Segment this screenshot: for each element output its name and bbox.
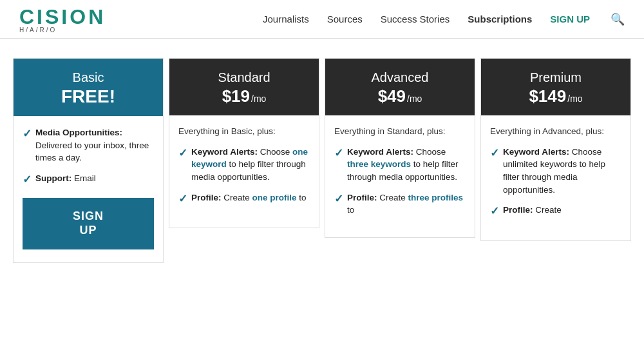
feature-media-opportunities: ✓ Media Opportunities: Delivered to your… xyxy=(23,126,154,164)
nav-sources[interactable]: Sources xyxy=(327,14,363,24)
feature-profile: ✓ Profile: Create one profile to xyxy=(178,191,310,208)
plan-advanced-price: $49/mo xyxy=(336,86,464,106)
feature-label: Media Opportunities: xyxy=(35,128,122,137)
plan-price-amount: $49 xyxy=(378,86,406,106)
checkmark-icon: ✓ xyxy=(490,146,499,196)
logo-sub: H/A/R/O xyxy=(19,26,106,34)
feature-keyword-alerts: ✓ Keyword Alerts: Choose unlimited keywo… xyxy=(490,146,621,196)
logo: CISION H/A/R/O xyxy=(19,5,106,34)
pricing-section: Basic FREE! ✓ Media Opportunities: Deliv… xyxy=(0,39,644,263)
logo-text: CISION xyxy=(19,5,106,29)
navbar: CISION H/A/R/O Journalists Sources Succe… xyxy=(0,0,644,39)
plan-price-per: /mo xyxy=(407,93,422,104)
plan-price-per: /mo xyxy=(251,93,266,104)
plan-premium-body: Everything in Advanced, plus: ✓ Keyword … xyxy=(481,115,630,240)
plan-advanced: Advanced $49/mo Everything in Standard, … xyxy=(325,58,475,238)
feature-label: Keyword Alerts: xyxy=(191,147,258,157)
plan-basic-body: ✓ Media Opportunities: Delivered to your… xyxy=(14,116,163,262)
feature-desc: Choose xyxy=(416,147,446,157)
plan-price-amount: $19 xyxy=(222,86,250,106)
feature-support: ✓ Support: Email xyxy=(23,172,154,188)
nav-success-stories[interactable]: Success Stories xyxy=(381,14,450,24)
plan-price-amount: $149 xyxy=(529,86,566,106)
plan-standard-header: Standard $19/mo xyxy=(169,59,319,115)
profile-highlight: one profile xyxy=(252,193,297,202)
nav-signup[interactable]: SIGN UP xyxy=(550,14,590,24)
feature-profile: ✓ Profile: Create three profiles to xyxy=(334,191,466,217)
feature-label: Profile: xyxy=(503,205,533,215)
plan-basic-name: Basic xyxy=(24,70,153,85)
search-icon[interactable]: 🔍 xyxy=(611,12,625,26)
plan-basic-price: FREE! xyxy=(24,86,153,107)
nav-links: Journalists Sources Success Stories Subs… xyxy=(263,12,625,26)
feature-desc: Delivered to your inbox, three times a d… xyxy=(35,141,149,163)
plan-advanced-intro: Everything in Standard, plus: xyxy=(334,126,466,138)
feature-keyword-alerts: ✓ Keyword Alerts: Choose three keywords … xyxy=(334,146,466,184)
feature-label: Profile: xyxy=(191,193,222,202)
plan-standard-name: Standard xyxy=(180,70,308,85)
checkmark-icon: ✓ xyxy=(490,204,499,220)
feature-desc: Email xyxy=(74,173,96,183)
feature-label: Profile: xyxy=(347,193,377,202)
plan-price-per: /mo xyxy=(567,93,582,104)
plan-standard-body: Everything in Basic, plus: ✓ Keyword Ale… xyxy=(169,115,319,228)
plan-premium-name: Premium xyxy=(491,70,620,85)
feature-desc: Choose xyxy=(260,147,292,157)
feature-desc: Create xyxy=(223,193,252,202)
nav-subscriptions[interactable]: Subscriptions xyxy=(468,14,532,24)
plan-premium-intro: Everything in Advanced, plus: xyxy=(490,126,621,138)
plan-basic: Basic FREE! ✓ Media Opportunities: Deliv… xyxy=(13,58,164,263)
feature-label: Keyword Alerts: xyxy=(503,147,569,157)
profile-highlight: three profiles xyxy=(408,193,464,202)
feature-desc: Create xyxy=(535,205,562,215)
plan-standard: Standard $19/mo Everything in Basic, plu… xyxy=(169,58,319,228)
plan-standard-intro: Everything in Basic, plus: xyxy=(178,126,310,138)
keyword-highlight: three keywords xyxy=(347,159,411,169)
checkmark-icon: ✓ xyxy=(178,146,187,184)
nav-journalists[interactable]: Journalists xyxy=(263,14,309,24)
checkmark-icon: ✓ xyxy=(178,191,187,208)
feature-keyword-alerts: ✓ Keyword Alerts: Choose one keyword to … xyxy=(178,146,310,184)
checkmark-icon: ✓ xyxy=(23,172,32,188)
feature-desc: Create xyxy=(379,193,408,202)
feature-desc2: to xyxy=(299,193,306,202)
plan-advanced-name: Advanced xyxy=(336,70,464,85)
feature-label: Keyword Alerts: xyxy=(347,147,413,157)
checkmark-icon: ✓ xyxy=(334,146,343,184)
checkmark-icon: ✓ xyxy=(23,126,32,164)
plan-premium: Premium $149/mo Everything in Advanced, … xyxy=(480,58,631,241)
plan-standard-price: $19/mo xyxy=(180,86,308,106)
feature-profile: ✓ Profile: Create xyxy=(490,204,621,220)
plan-premium-header: Premium $149/mo xyxy=(481,59,630,115)
plan-advanced-body: Everything in Standard, plus: ✓ Keyword … xyxy=(325,115,475,237)
checkmark-icon: ✓ xyxy=(334,191,343,217)
feature-desc2: to xyxy=(347,205,354,215)
feature-label: Support: xyxy=(35,173,71,183)
plan-basic-header: Basic FREE! xyxy=(14,59,163,116)
plan-premium-price: $149/mo xyxy=(491,86,620,106)
basic-signup-button[interactable]: SIGNUP xyxy=(23,198,154,249)
plan-advanced-header: Advanced $49/mo xyxy=(325,59,475,115)
